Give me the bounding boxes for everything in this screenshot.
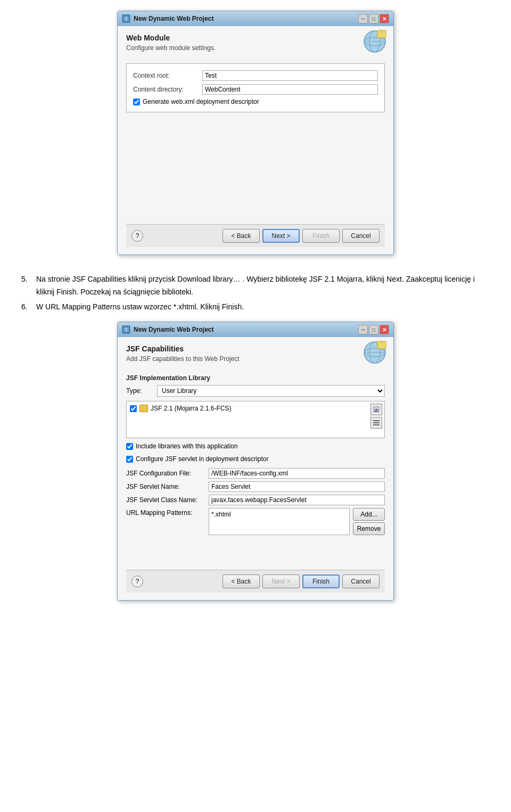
lib-jar-icon: [139, 405, 148, 412]
maximize-button[interactable]: □: [369, 14, 378, 23]
dialog1-help-button[interactable]: ?: [131, 230, 143, 242]
url-add-button[interactable]: Add...: [353, 508, 385, 521]
dialog1-app-icon: [122, 14, 130, 23]
config-file-row: JSF Configuration File:: [126, 468, 385, 479]
type-label: Type:: [126, 387, 153, 395]
configure-servlet-row: Configure JSF servlet in deployment desc…: [126, 455, 385, 463]
dialog1-section-title: Web Module: [126, 34, 216, 42]
dialog1-cancel-button[interactable]: Cancel: [342, 229, 380, 243]
svg-rect-23: [373, 424, 380, 425]
config-file-label: JSF Configuration File:: [126, 470, 209, 477]
lib-item-label: JSF 2.1 (Mojarra 2.1.6-FCS): [151, 405, 231, 412]
dialog2-finish-button[interactable]: Finish: [302, 575, 340, 588]
dialog2-cancel-button[interactable]: Cancel: [342, 575, 380, 588]
include-libs-label: Include libraries with this application: [136, 442, 237, 450]
item5-number: 5.: [21, 273, 32, 299]
include-libs-checkbox[interactable]: [126, 443, 133, 450]
context-root-input[interactable]: [202, 70, 378, 81]
dialog2-spacer: [126, 538, 385, 570]
dialog2-back-button[interactable]: < Back: [222, 575, 260, 588]
lib-list-content: JSF 2.1 (Mojarra 2.1.6-FCS): [130, 405, 381, 412]
dialog1-window-controls: ─ □ ✕: [358, 14, 389, 23]
dialog2-titlebar: New Dynamic Web Project ─ □ ✕: [118, 322, 393, 337]
lib-type-row: Type: User Library: [126, 385, 385, 397]
dialog1-titlebar: New Dynamic Web Project ─ □ ✕: [118, 11, 393, 26]
dialog2-globe-icon: [362, 340, 387, 366]
svg-rect-22: [373, 422, 380, 423]
dialog1-titlebar-left: New Dynamic Web Project: [122, 14, 214, 23]
servlet-name-label: JSF Servlet Name:: [126, 483, 209, 490]
instructions-section: 5. Na stronie JSF Capabilities kliknij p…: [11, 264, 500, 322]
dialog1-nav-buttons: < Back Next > Finish Cancel: [222, 229, 380, 243]
dialog1-form-area: Context root: Content directory: Generat…: [126, 63, 385, 112]
dialog2-footer: ? < Back Next > Finish Cancel: [126, 570, 385, 593]
dialog2-section-title: JSF Capabilities: [126, 345, 240, 353]
url-mapping-item: *.xhtml: [211, 511, 347, 518]
dialog2: New Dynamic Web Project ─ □ ✕ JSF Capabi…: [117, 322, 394, 601]
content-dir-row: Content directory:: [133, 84, 378, 95]
dialog1-finish-button: Finish: [302, 229, 340, 243]
instruction-item-5: 5. Na stronie JSF Capabilities kliknij p…: [21, 273, 490, 299]
dialog2-titlebar-left: New Dynamic Web Project: [122, 325, 214, 334]
lib-manage-button[interactable]: [370, 417, 382, 429]
dialog1-next-button[interactable]: Next >: [262, 229, 300, 243]
servlet-name-input[interactable]: [209, 481, 385, 492]
minimize-button[interactable]: ─: [358, 14, 368, 23]
dialog1-section-subtitle: Configure web module settings.: [126, 44, 216, 52]
item6-number: 6.: [21, 301, 32, 314]
dialog2-nav-buttons: < Back Next > Finish Cancel: [222, 575, 380, 588]
content-dir-input[interactable]: [202, 84, 378, 95]
content-dir-label: Content directory:: [133, 86, 202, 93]
dialog2-close-button[interactable]: ✕: [380, 325, 389, 334]
lib-list-item: JSF 2.1 (Mojarra 2.1.6-FCS): [130, 405, 381, 412]
dialog2-content: JSF Capabilities Add JSF capabilities to…: [118, 337, 393, 600]
url-mapping-area: URL Mapping Patterns: *.xhtml Add... Rem…: [126, 508, 385, 535]
dialog2-next-button: Next >: [262, 575, 300, 588]
servlet-class-label: JSF Servlet Class Name:: [126, 496, 209, 504]
dialog2-window-controls: ─ □ ✕: [358, 325, 389, 334]
lib-checkbox[interactable]: [130, 405, 137, 412]
dialog2-help-button[interactable]: ?: [131, 576, 143, 587]
dialog1-title: New Dynamic Web Project: [134, 15, 214, 22]
close-button[interactable]: ✕: [380, 14, 389, 23]
url-remove-button[interactable]: Remove: [353, 522, 385, 535]
dialog2-maximize-button[interactable]: □: [369, 325, 378, 334]
lib-download-button[interactable]: [370, 404, 382, 415]
url-mapping-wrap: *.xhtml Add... Remove: [209, 508, 385, 535]
configure-servlet-label: Configure JSF servlet in deployment desc…: [136, 455, 268, 463]
config-area: JSF Configuration File: JSF Servlet Name…: [126, 468, 385, 535]
servlet-class-input[interactable]: [209, 495, 385, 505]
dialog1-footer: ? < Back Next > Finish Cancel: [126, 224, 385, 247]
globe-icon: [362, 29, 387, 55]
context-root-label: Context root:: [133, 72, 202, 79]
config-file-input[interactable]: [209, 468, 385, 479]
lib-side-buttons: [370, 404, 382, 429]
url-mapping-label: URL Mapping Patterns:: [126, 508, 209, 516]
lib-list-area: JSF 2.1 (Mojarra 2.1.6-FCS): [126, 401, 385, 438]
svg-rect-21: [373, 420, 380, 421]
generate-xml-label: Generate web.xml deployment descriptor: [143, 98, 259, 105]
include-libs-row: Include libraries with this application: [126, 442, 385, 450]
url-buttons: Add... Remove: [353, 508, 385, 535]
context-root-row: Context root:: [133, 70, 378, 81]
lib-type-select[interactable]: User Library: [157, 385, 385, 397]
item6-text: W URL Mapping Patterns ustaw wzorzec *.x…: [36, 301, 244, 314]
url-mapping-list: *.xhtml: [209, 508, 350, 535]
impl-lib-title: JSF Implementation Library: [126, 374, 385, 382]
generate-xml-row: Generate web.xml deployment descriptor: [133, 98, 378, 105]
configure-servlet-checkbox[interactable]: [126, 456, 133, 463]
servlet-class-row: JSF Servlet Class Name:: [126, 495, 385, 505]
dialog2-section-subtitle: Add JSF capabilities to this Web Project: [126, 355, 240, 363]
item5-text: Na stronie JSF Capabilities kliknij przy…: [36, 273, 490, 299]
instruction-item-6: 6. W URL Mapping Patterns ustaw wzorzec …: [21, 301, 490, 314]
dialog2-title: New Dynamic Web Project: [134, 326, 214, 333]
dialog1-spacer: [126, 118, 385, 224]
servlet-name-row: JSF Servlet Name:: [126, 481, 385, 492]
dialog1-content: Web Module Configure web module settings…: [118, 26, 393, 255]
dialog2-minimize-button[interactable]: ─: [358, 325, 368, 334]
dialog1-back-button[interactable]: < Back: [222, 229, 260, 243]
dialog1: New Dynamic Web Project ─ □ ✕ Web Module…: [117, 11, 394, 255]
dialog2-app-icon: [122, 325, 130, 334]
generate-xml-checkbox[interactable]: [133, 99, 140, 105]
